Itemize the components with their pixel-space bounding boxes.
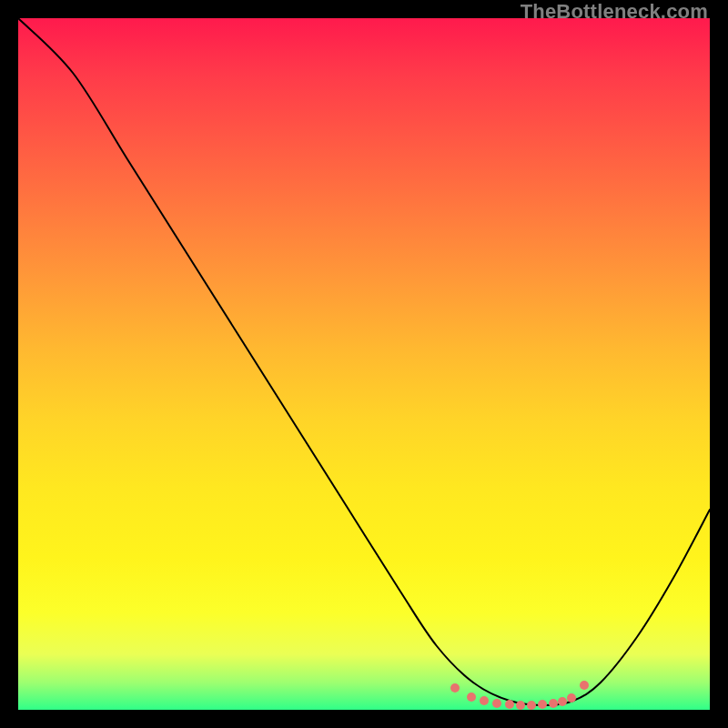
curve-layer <box>18 18 710 705</box>
chart-frame <box>18 18 710 710</box>
bottleneck-curve-path <box>18 18 710 705</box>
flat-region-dot <box>527 701 536 710</box>
flat-region-dot <box>580 681 589 690</box>
flat-region-dot <box>516 701 525 710</box>
watermark-text: TheBottleneck.com <box>521 0 708 24</box>
dots-layer <box>450 681 589 710</box>
flat-region-dot <box>467 693 476 702</box>
flat-region-dot <box>480 696 489 705</box>
flat-region-dot <box>505 700 514 709</box>
flat-region-dot <box>567 693 576 703</box>
flat-region-dot <box>450 683 460 693</box>
flat-region-dot <box>549 699 558 708</box>
chart-svg <box>18 18 710 710</box>
flat-region-dot <box>538 700 547 709</box>
flat-region-dot <box>492 699 501 708</box>
flat-region-dot <box>558 697 567 706</box>
